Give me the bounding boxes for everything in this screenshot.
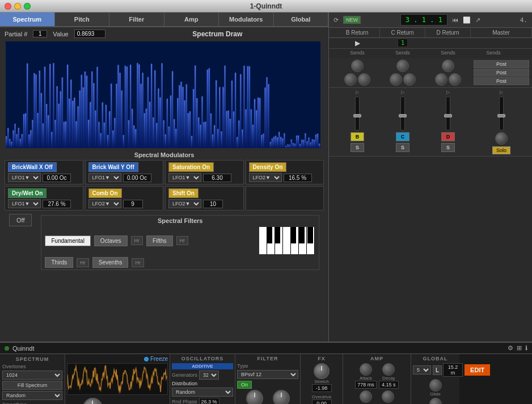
brickwall-x-lfo[interactable]: LFO1▼ bbox=[8, 173, 41, 182]
thirds-hr[interactable]: Hr bbox=[77, 258, 89, 267]
comb-button[interactable]: Comb On bbox=[88, 188, 122, 198]
b-send-d-knob[interactable] bbox=[358, 73, 370, 86]
saturation-knob[interactable] bbox=[83, 398, 103, 404]
stretch-knob[interactable] bbox=[314, 363, 330, 379]
d-send-a-knob[interactable] bbox=[442, 60, 454, 72]
master-pan-knob[interactable] bbox=[495, 132, 508, 145]
glide-knob[interactable] bbox=[429, 379, 442, 392]
b-channel-fader[interactable] bbox=[355, 96, 360, 131]
c-send-a-knob[interactable] bbox=[396, 60, 409, 72]
c-channel-button[interactable]: C bbox=[396, 132, 409, 141]
master-fader[interactable] bbox=[499, 96, 504, 131]
partial-input[interactable] bbox=[33, 30, 47, 37]
octaves-filter[interactable]: Octaves bbox=[94, 235, 128, 246]
tab-pitch[interactable]: Pitch bbox=[55, 12, 110, 26]
piano-display[interactable] bbox=[259, 226, 315, 255]
c-send-d-knob[interactable] bbox=[403, 73, 416, 86]
piano-black-key-gs[interactable] bbox=[299, 227, 305, 243]
fifths-filter[interactable]: Fifths bbox=[146, 235, 172, 246]
close-button[interactable] bbox=[5, 3, 11, 10]
rewind-icon[interactable]: ⏮ bbox=[452, 16, 458, 23]
global-num-select[interactable]: 5 bbox=[413, 365, 431, 374]
d-channel-button[interactable]: D bbox=[441, 132, 455, 141]
screen-icon[interactable]: ⬜ bbox=[463, 16, 471, 24]
shift-lfo[interactable]: LFO2▼ bbox=[168, 199, 201, 208]
comb-lfo[interactable]: LFO2▼ bbox=[88, 199, 121, 208]
filter-type-select[interactable]: BPsvf 12 bbox=[237, 370, 298, 379]
d-channel-fader[interactable] bbox=[446, 96, 450, 131]
fundamental-filter[interactable]: Fundamental bbox=[45, 235, 90, 246]
saturation-lfo[interactable]: LFO1▼ bbox=[168, 173, 201, 182]
piano-key-c[interactable] bbox=[259, 227, 267, 254]
c-send-bc-knob[interactable] bbox=[390, 73, 402, 86]
piano-key-f[interactable] bbox=[283, 227, 291, 254]
saturation-button[interactable]: Saturation On bbox=[168, 162, 214, 172]
tab-amp[interactable]: Amp bbox=[164, 12, 219, 26]
spectrum-canvas[interactable] bbox=[6, 41, 320, 148]
filter-on-button[interactable]: On bbox=[237, 381, 252, 389]
release-knob[interactable] bbox=[382, 390, 394, 403]
sustain-knob[interactable] bbox=[360, 390, 372, 403]
solo-button[interactable]: Solo bbox=[492, 146, 510, 154]
fill-spectrum-select[interactable]: Random bbox=[2, 391, 62, 400]
brickwall-y-lfo[interactable]: LFO1▼ bbox=[88, 173, 121, 182]
brickwall-y-button[interactable]: Brick Wall Y Off bbox=[88, 162, 138, 172]
piano-black-key-as[interactable] bbox=[307, 227, 313, 243]
d-solo-button[interactable]: S bbox=[441, 143, 455, 152]
piano-black-key-fs[interactable] bbox=[290, 227, 296, 243]
thirds-filter[interactable]: Thirds bbox=[45, 257, 73, 268]
brickwall-x-button[interactable]: BrickWall X Off bbox=[8, 162, 57, 172]
post-button-2[interactable]: Post bbox=[474, 69, 529, 77]
post-button-3[interactable]: Post bbox=[474, 77, 529, 85]
tab-modulators[interactable]: Modulators bbox=[219, 12, 274, 26]
density-button[interactable]: Density On bbox=[249, 162, 287, 172]
minimize-button[interactable] bbox=[14, 3, 21, 10]
fifths-hr[interactable]: Hr bbox=[176, 236, 189, 245]
play-icon[interactable]: ▶ bbox=[355, 39, 360, 47]
off-button[interactable]: Off bbox=[9, 214, 32, 226]
settings-icon[interactable]: ⚙ bbox=[508, 344, 513, 352]
density-lfo[interactable]: LFO2▼ bbox=[249, 173, 282, 182]
generators-select[interactable]: 32 bbox=[199, 371, 219, 380]
post-button-1[interactable]: Post bbox=[474, 60, 529, 68]
edit-button[interactable]: EDIT bbox=[465, 364, 490, 376]
new-button[interactable]: NEW bbox=[343, 16, 361, 24]
maximize-button[interactable] bbox=[24, 3, 31, 10]
octaves-hr[interactable]: Hr bbox=[131, 236, 143, 245]
attack-knob[interactable] bbox=[360, 363, 372, 376]
overtones-select[interactable]: 1024 bbox=[2, 371, 62, 380]
shift-button[interactable]: Shift On bbox=[168, 188, 199, 198]
info-icon[interactable]: ℹ bbox=[525, 344, 527, 352]
d-send-d-knob[interactable] bbox=[449, 73, 461, 86]
drywet-button[interactable]: Dry/Wet On bbox=[8, 188, 47, 198]
master-number: 1 bbox=[398, 39, 408, 47]
b-send-bc-knob[interactable] bbox=[344, 73, 357, 86]
midi-icon[interactable]: ⊞ bbox=[517, 344, 522, 352]
transpose-knob[interactable] bbox=[429, 398, 442, 404]
piano-black-key-ds[interactable] bbox=[275, 227, 280, 243]
b-solo-button[interactable]: S bbox=[351, 143, 364, 152]
fill-spectrum-button[interactable]: Fill Spectrum bbox=[2, 381, 62, 390]
tab-spectrum[interactable]: Spectrum bbox=[0, 12, 55, 26]
piano-black-key-cs[interactable] bbox=[267, 227, 272, 243]
spectrum-canvas-container[interactable] bbox=[6, 41, 323, 148]
drywet-lfo[interactable]: LFO1▼ bbox=[8, 199, 41, 208]
c-solo-button[interactable]: S bbox=[396, 143, 409, 152]
b-send-a-knob[interactable] bbox=[351, 60, 364, 72]
tab-global[interactable]: Global bbox=[274, 12, 329, 26]
cutoff-knob[interactable] bbox=[246, 390, 263, 404]
distribution-select[interactable]: Random bbox=[172, 388, 233, 397]
sevenths-filter[interactable]: Sevenths bbox=[92, 257, 129, 268]
d-send-bc-knob[interactable] bbox=[435, 73, 447, 86]
sevenths-hr[interactable]: Hr bbox=[132, 258, 144, 267]
generators-label: Generators bbox=[172, 372, 197, 378]
c-channel-fader[interactable] bbox=[400, 96, 405, 131]
decay-knob[interactable] bbox=[382, 363, 395, 376]
waveform-canvas[interactable] bbox=[67, 363, 168, 395]
resonance-knob[interactable] bbox=[273, 390, 290, 404]
tab-filter[interactable]: Filter bbox=[109, 12, 164, 26]
b-channel-button[interactable]: B bbox=[351, 132, 364, 141]
arrow-icon[interactable]: ↗ bbox=[475, 16, 480, 24]
freeze-label[interactable]: Freeze bbox=[150, 356, 168, 362]
nav-tabs: Spectrum Pitch Filter Amp Modulators Glo… bbox=[0, 12, 328, 27]
